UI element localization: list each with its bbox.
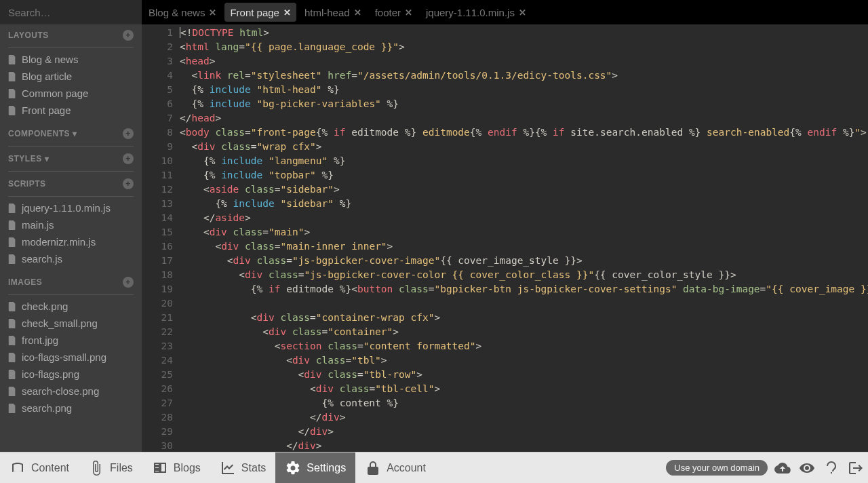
tab-close-icon[interactable]: ✕ [209,7,216,18]
image-item[interactable]: ico-flags-small.png [0,349,142,366]
script-item[interactable]: jquery-1.11.0.min.js [0,199,142,216]
nav-account[interactable]: Account [355,452,435,483]
script-item[interactable]: modernizr.min.js [0,233,142,250]
section-layouts[interactable]: LAYOUTS + [0,24,142,43]
sidebar: LAYOUTS + Blog & newsBlog articleCommon … [0,0,142,452]
editor-tab[interactable]: Blog & news✕ [142,0,223,24]
nav-content[interactable]: Content [0,452,79,483]
section-scripts[interactable]: SCRIPTS + [0,173,142,192]
image-item[interactable]: ico-flags.png [0,366,142,383]
section-images[interactable]: IMAGES + [0,271,142,290]
add-component-button[interactable]: + [123,128,134,139]
tab-close-icon[interactable]: ✕ [405,7,412,18]
nav-stats[interactable]: Stats [210,452,275,483]
nav-blogs[interactable]: Blogs [142,452,210,483]
preview-icon[interactable] [799,460,815,476]
gutter: 1234567891011121314151617181920212223242… [142,24,180,452]
layout-item[interactable]: Front page [0,102,142,119]
editor-area: Blog & news✕Front page✕html-head✕footer✕… [142,0,868,452]
section-title: SCRIPTS [8,179,46,189]
domain-button[interactable]: Use your own domain [666,460,768,476]
section-title: STYLES [8,154,42,163]
nav-files[interactable]: Files [79,452,142,483]
layout-item[interactable]: Common page [0,85,142,102]
search-box [0,0,142,24]
add-style-button[interactable]: + [123,153,134,164]
image-item[interactable]: check.png [0,298,142,315]
image-item[interactable]: check_small.png [0,315,142,332]
tabs: Blog & news✕Front page✕html-head✕footer✕… [142,0,868,24]
section-styles[interactable]: STYLES▾ + [0,148,142,167]
tab-close-icon[interactable]: ✕ [354,7,361,18]
layout-item[interactable]: Blog article [0,68,142,85]
tab-close-icon[interactable]: ✕ [283,7,291,18]
editor-tab[interactable]: jquery-1.11.0.min.js✕ [419,0,533,24]
script-item[interactable]: search.js [0,250,142,267]
code-editor[interactable]: <!DOCTYPE html> <html lang="{{ page.lang… [180,24,868,452]
section-title: LAYOUTS [8,31,49,40]
logout-icon[interactable] [848,460,864,476]
add-layout-button[interactable]: + [123,30,134,41]
script-item[interactable]: main.js [0,216,142,233]
editor-tab[interactable]: Front page✕ [224,3,296,22]
add-image-button[interactable]: + [123,277,134,288]
image-item[interactable]: search-close.png [0,383,142,400]
search-input[interactable] [8,7,137,18]
help-icon[interactable] [823,460,840,476]
bottom-bar: Content Files Blogs Stats Settings Accou… [0,452,868,483]
layout-item[interactable]: Blog & news [0,51,142,68]
editor-tab[interactable]: html-head✕ [298,0,368,24]
section-components[interactable]: COMPONENTS▾ + [0,123,142,142]
nav-settings[interactable]: Settings [275,452,355,483]
add-script-button[interactable]: + [123,178,134,189]
section-title: COMPONENTS [8,129,70,138]
section-title: IMAGES [8,277,42,287]
cloud-upload-icon[interactable] [774,460,791,476]
image-item[interactable]: front.jpg [0,332,142,349]
editor-tab[interactable]: footer✕ [368,0,419,24]
tab-close-icon[interactable]: ✕ [519,7,526,18]
image-item[interactable]: search.png [0,400,142,417]
